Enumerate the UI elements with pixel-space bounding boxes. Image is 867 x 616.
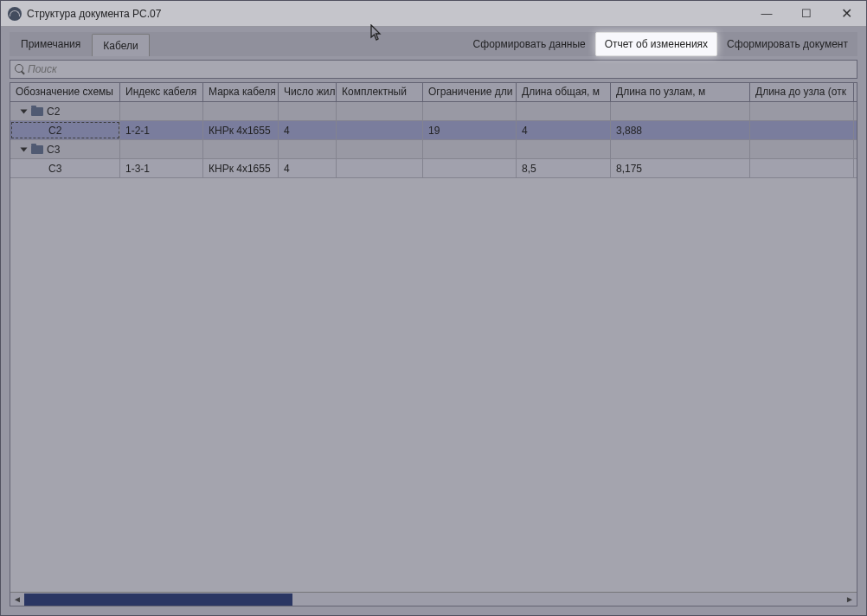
scroll-track[interactable] <box>24 594 843 606</box>
grid-header: Обозначение схемы Индекс кабеля Марка ка… <box>10 83 857 102</box>
app-icon <box>8 7 22 21</box>
col-total-length[interactable]: Длина общая, м <box>517 83 611 101</box>
col-cores[interactable]: Число жил <box>279 83 337 101</box>
group-row[interactable]: C2 <box>10 102 857 121</box>
cell-index[interactable]: 1-3-1 <box>120 159 203 177</box>
folder-icon <box>31 107 43 116</box>
cell-limit[interactable]: 19 <box>423 121 517 139</box>
cell-cores[interactable]: 4 <box>279 121 337 139</box>
cell-tonode[interactable] <box>750 159 854 177</box>
group-label: C2 <box>47 106 60 118</box>
maximize-button[interactable]: ☐ <box>787 1 826 26</box>
tab-strip: Примечания Кабели <box>10 32 150 56</box>
toolbar: Примечания Кабели Сформировать данные От… <box>10 32 857 56</box>
main-window: Структура документа PC.07 — ☐ ✕ Примечан… <box>0 0 867 616</box>
chevron-down-icon[interactable] <box>19 107 28 116</box>
col-length-limit[interactable]: Ограничение дли <box>423 83 517 101</box>
cell-total[interactable]: 8,5 <box>517 159 611 177</box>
window-title: Структура документа PC.07 <box>27 8 747 20</box>
cell-nodes[interactable]: 8,175 <box>611 159 750 177</box>
search-icon <box>14 63 26 75</box>
group-cell[interactable]: C2 <box>10 102 120 120</box>
cell-nodes[interactable]: 3,888 <box>611 121 750 139</box>
minimize-button[interactable]: — <box>747 1 787 26</box>
col-to-node-length[interactable]: Длина до узла (отк <box>750 83 854 101</box>
cell-complete[interactable] <box>337 159 423 177</box>
cell-tonode[interactable] <box>750 121 854 139</box>
col-cable-index[interactable]: Индекс кабеля <box>120 83 203 101</box>
window-controls: — ☐ ✕ <box>747 1 866 26</box>
table-row[interactable]: C2 1-2-1 КНРк 4x1655 4 19 4 3,888 <box>10 121 857 140</box>
grid-body: C2 C2 1-2-1 КНРк 4x1655 4 <box>10 102 857 592</box>
col-cable-brand[interactable]: Марка кабеля <box>203 83 279 101</box>
cell-total[interactable]: 4 <box>517 121 611 139</box>
change-report-button[interactable]: Отчет об изменениях <box>595 32 717 56</box>
tab-cables[interactable]: Кабели <box>92 34 149 56</box>
data-grid: Обозначение схемы Индекс кабеля Марка ка… <box>10 82 857 606</box>
folder-icon <box>31 145 43 154</box>
search-bar[interactable] <box>10 60 857 79</box>
cell-complete[interactable] <box>337 121 423 139</box>
cell-scheme[interactable]: C3 <box>10 159 120 177</box>
scroll-left-button[interactable]: ◄ <box>10 593 24 606</box>
generate-data-button[interactable]: Сформировать данные <box>464 32 595 56</box>
group-row[interactable]: C3 <box>10 140 857 159</box>
cell-cores[interactable]: 4 <box>279 159 337 177</box>
chevron-down-icon[interactable] <box>19 145 28 154</box>
cell-limit[interactable] <box>423 159 517 177</box>
scroll-thumb[interactable] <box>24 594 292 606</box>
table-row[interactable]: C3 1-3-1 КНРк 4x1655 4 8,5 8,175 <box>10 159 857 178</box>
scroll-right-button[interactable]: ► <box>843 593 857 606</box>
col-scheme[interactable]: Обозначение схемы <box>10 83 120 101</box>
group-cell[interactable]: C3 <box>10 140 120 158</box>
titlebar[interactable]: Структура документа PC.07 — ☐ ✕ <box>1 1 866 27</box>
group-label: C3 <box>47 144 60 156</box>
col-complete[interactable]: Комплектный <box>337 83 423 101</box>
close-button[interactable]: ✕ <box>826 1 866 26</box>
content-area: Примечания Кабели Сформировать данные От… <box>1 27 866 615</box>
generate-document-button[interactable]: Сформировать документ <box>717 32 857 56</box>
col-node-length[interactable]: Длина по узлам, м <box>611 83 750 101</box>
cell-index[interactable]: 1-2-1 <box>120 121 203 139</box>
search-input[interactable] <box>28 63 853 75</box>
tab-notes[interactable]: Примечания <box>10 32 92 56</box>
horizontal-scrollbar[interactable]: ◄ ► <box>10 592 857 606</box>
cell-brand[interactable]: КНРк 4x1655 <box>203 121 279 139</box>
cell-scheme[interactable]: C2 <box>10 121 120 139</box>
cell-brand[interactable]: КНРк 4x1655 <box>203 159 279 177</box>
